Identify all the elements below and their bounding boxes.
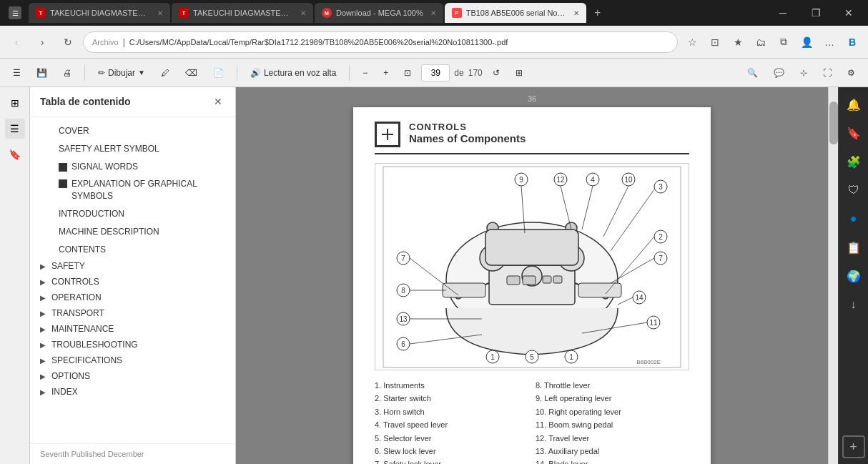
edge-puzzle-icon[interactable]: 🧩 bbox=[842, 150, 865, 173]
settings-icon[interactable]: … bbox=[819, 32, 839, 52]
collections-icon[interactable]: 🗂 bbox=[751, 32, 771, 52]
tab-4-close[interactable]: ✕ bbox=[573, 9, 579, 17]
bookmark-icon[interactable]: ☆ bbox=[682, 32, 702, 52]
fullscreen-button[interactable]: ⛶ bbox=[817, 63, 837, 83]
select-button[interactable]: ⊹ bbox=[794, 63, 813, 83]
favorites-icon[interactable]: ★ bbox=[728, 32, 748, 52]
edge-add-button[interactable]: + bbox=[842, 435, 865, 458]
zoom-out-button[interactable]: − bbox=[357, 63, 373, 83]
read-aloud-button[interactable]: 🔊 Lectura en voz alta bbox=[245, 63, 342, 83]
refresh-button[interactable]: ↻ bbox=[57, 31, 79, 53]
toc-item-cover[interactable]: COVER bbox=[30, 122, 235, 140]
copilot-icon[interactable]: B bbox=[842, 32, 862, 52]
toc-item-options[interactable]: ▶ OPTIONS bbox=[30, 368, 235, 384]
save-button[interactable]: 💾 bbox=[31, 63, 53, 83]
toc-item-operation[interactable]: ▶ OPERATION bbox=[30, 290, 235, 305]
tab-2-close[interactable]: ✕ bbox=[300, 9, 306, 17]
toc-item-safety[interactable]: ▶ SAFETY bbox=[30, 258, 235, 274]
rotate-button[interactable]: ↺ bbox=[487, 63, 505, 83]
pdf-settings-button[interactable]: ⚙ bbox=[842, 63, 861, 83]
draw-button[interactable]: ✏ Dibujar ▼ bbox=[92, 63, 151, 83]
edge-circle-icon[interactable]: ● bbox=[842, 207, 865, 230]
svg-text:4: 4 bbox=[591, 176, 595, 184]
signal-words-icon bbox=[59, 163, 67, 172]
thumbnail-icon[interactable]: ⊞ bbox=[5, 93, 25, 113]
add-note-button[interactable]: 📄 bbox=[207, 63, 230, 83]
view-mode-button[interactable]: ⊞ bbox=[510, 63, 528, 83]
back-button[interactable]: ‹ bbox=[6, 31, 27, 53]
close-button[interactable]: ✕ bbox=[832, 0, 865, 26]
toc-item-contents[interactable]: CONTENTS bbox=[30, 241, 235, 259]
hamburger-menu[interactable]: ☰ bbox=[7, 63, 26, 83]
tab-bar: ☰ T TAKEUCHI DIAGMASTER ENGINE... ✕ T TA… bbox=[0, 0, 868, 26]
index-expand-arrow: ▶ bbox=[40, 388, 51, 396]
sidebar-header: Tabla de contenido ✕ bbox=[30, 87, 235, 117]
toc-item-machine-desc[interactable]: MACHINE DESCRIPTION bbox=[30, 223, 235, 241]
highlight-button[interactable]: 🖊 bbox=[155, 63, 175, 83]
component-4: 4. Travel speed lever bbox=[375, 420, 528, 430]
toc-controls-label: CONTROLS bbox=[51, 277, 99, 287]
toc-item-introduction[interactable]: INTRODUCTION bbox=[30, 205, 235, 223]
pdf-viewer[interactable]: 36 CONTROLS Names of Components bbox=[236, 87, 828, 464]
toc-safety-label: SAFETY bbox=[51, 261, 85, 271]
edge-bell-icon[interactable]: 🔔 bbox=[842, 93, 865, 116]
page-separator: de bbox=[454, 68, 463, 78]
forward-button[interactable]: › bbox=[31, 31, 53, 53]
toc-item-transport[interactable]: ▶ TRANSPORT bbox=[30, 305, 235, 321]
restore-button[interactable]: ❐ bbox=[799, 0, 832, 26]
bookmarks-icon[interactable]: 🔖 bbox=[5, 144, 25, 164]
minimize-button[interactable]: ─ bbox=[766, 0, 799, 26]
toc-item-signal-words[interactable]: SIGNAL WORDS bbox=[30, 158, 235, 176]
component-12: 12. Travel lever bbox=[536, 433, 689, 444]
edge-clipboard-icon[interactable]: 📋 bbox=[842, 236, 865, 259]
explanation-icon bbox=[59, 179, 67, 188]
draw-icon: ✏ bbox=[98, 68, 105, 78]
toc-icon[interactable]: ☰ bbox=[5, 119, 25, 139]
address-input[interactable]: Archivo | C:/Users/MC/AppData/Local/Temp… bbox=[83, 31, 678, 53]
tab-3[interactable]: M Download - MEGA 100% ✕ bbox=[315, 3, 443, 23]
edge-download-icon[interactable]: ↓ bbox=[842, 293, 865, 316]
svg-text:6: 6 bbox=[401, 340, 405, 348]
zoom-in-button[interactable]: + bbox=[378, 63, 394, 83]
search-button[interactable]: 🔍 bbox=[741, 63, 764, 83]
toc-item-troubleshooting[interactable]: ▶ TROUBLESHOOTING bbox=[30, 337, 235, 352]
split-view-icon[interactable]: ⊡ bbox=[705, 32, 725, 52]
svg-text:9: 9 bbox=[519, 176, 523, 184]
account-icon[interactable]: 👤 bbox=[797, 32, 817, 52]
browser-menu-icon[interactable]: ☰ bbox=[9, 6, 21, 19]
scrollbar[interactable] bbox=[828, 87, 838, 464]
extensions-icon[interactable]: ⧉ bbox=[774, 32, 794, 52]
toc-item-maintenance[interactable]: ▶ MAINTENANCE bbox=[30, 321, 235, 337]
svg-rect-15 bbox=[507, 276, 520, 285]
toc-item-controls[interactable]: ▶ CONTROLS bbox=[30, 274, 235, 290]
edge-world-icon[interactable]: 🌍 bbox=[842, 265, 865, 287]
draw-chevron: ▼ bbox=[138, 69, 145, 76]
print-button[interactable]: 🖨 bbox=[57, 63, 77, 83]
browser-window: ☰ T TAKEUCHI DIAGMASTER ENGINE... ✕ T TA… bbox=[0, 0, 868, 464]
pdf-page: CONTROLS Names of Components bbox=[353, 107, 711, 464]
comment-button[interactable]: 💬 bbox=[768, 63, 790, 83]
tab-1[interactable]: T TAKEUCHI DIAGMASTER ENGINE... ✕ bbox=[29, 3, 170, 23]
svg-text:1: 1 bbox=[569, 353, 573, 361]
edge-shield-icon[interactable]: 🛡 bbox=[842, 179, 865, 202]
toc-item-index[interactable]: ▶ INDEX bbox=[30, 384, 235, 400]
fit-page-button[interactable]: ⊡ bbox=[398, 63, 417, 83]
toc-item-safety-alert[interactable]: SAFETY ALERT SYMBOL bbox=[30, 140, 235, 158]
tab-3-close[interactable]: ✕ bbox=[430, 9, 436, 17]
svg-text:14: 14 bbox=[635, 294, 643, 302]
pdf-logo bbox=[375, 122, 400, 147]
sidebar-close-button[interactable]: ✕ bbox=[211, 94, 225, 109]
tab-4[interactable]: P TB108 AB5E006 serial No10811... ✕ bbox=[445, 3, 586, 23]
new-tab-button[interactable]: + bbox=[588, 3, 608, 23]
page-number-input[interactable] bbox=[421, 64, 450, 82]
toc-item-explanation[interactable]: EXPLANATION OF GRAPHICAL SYMBOLS bbox=[30, 175, 235, 205]
scrollbar-thumb[interactable] bbox=[829, 102, 838, 144]
erase-button[interactable]: ⌫ bbox=[179, 63, 203, 83]
controls-expand-arrow: ▶ bbox=[40, 278, 51, 286]
sidebar-panel: Tabla de contenido ✕ COVER SAFETY ALERT … bbox=[30, 87, 236, 464]
toc-item-specifications[interactable]: ▶ SPECIFICATIONS bbox=[30, 352, 235, 368]
tab-2[interactable]: T TAKEUCHI DIAGMASTER ENGINE... ✕ bbox=[172, 3, 313, 23]
address-bar: ‹ › ↻ Archivo | C:/Users/MC/AppData/Loca… bbox=[0, 26, 868, 59]
edge-bookmark-icon[interactable]: 🔖 bbox=[842, 122, 865, 144]
tab-1-close[interactable]: ✕ bbox=[157, 9, 163, 17]
